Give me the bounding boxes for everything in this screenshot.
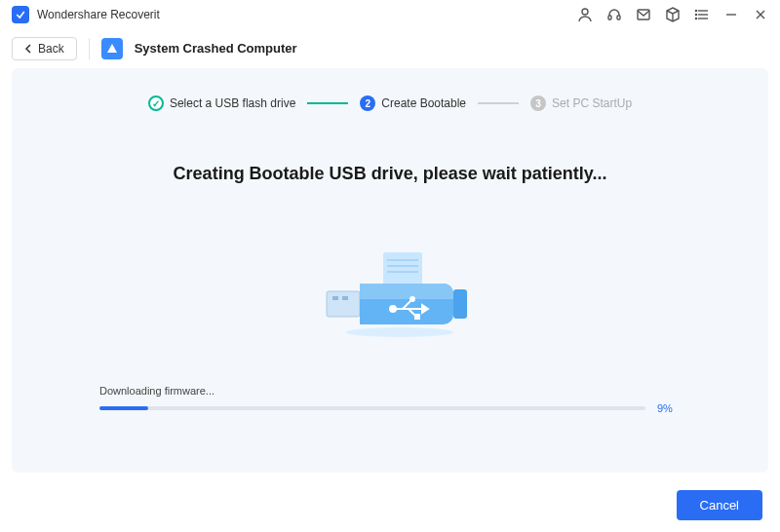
step-1: Select a USB flash drive (148, 95, 295, 111)
app-logo-icon (12, 6, 29, 23)
svg-point-8 (695, 14, 696, 15)
step-1-label: Select a USB flash drive (170, 96, 295, 110)
step-connector-1 (307, 102, 348, 104)
step-connector-2 (478, 102, 519, 104)
progress-row: 9% (99, 402, 681, 414)
progress-fill (99, 406, 148, 410)
back-button[interactable]: Back (12, 37, 77, 60)
svg-point-7 (695, 10, 696, 11)
svg-rect-17 (327, 291, 360, 317)
progress-percent: 9% (657, 402, 681, 414)
step-3-label: Set PC StartUp (552, 96, 632, 110)
cancel-button[interactable]: Cancel (677, 490, 762, 520)
svg-rect-26 (415, 315, 419, 319)
step-2-label: Create Bootable (381, 96, 466, 110)
step-3: 3 Set PC StartUp (530, 95, 632, 111)
svg-rect-18 (332, 296, 338, 300)
module-icon (101, 38, 123, 59)
progress-section: Downloading firmware... 9% (12, 385, 768, 414)
titlebar-right (577, 7, 768, 22)
svg-point-9 (695, 18, 696, 19)
chevron-left-icon (24, 44, 34, 54)
step-3-num: 3 (530, 95, 546, 111)
module-title: System Crashed Computer (135, 41, 297, 56)
svg-point-0 (582, 9, 588, 15)
back-label: Back (38, 42, 64, 56)
step-2: 2 Create Bootable (360, 95, 466, 111)
svg-rect-1 (608, 16, 611, 19)
svg-rect-13 (383, 252, 422, 285)
divider (89, 38, 90, 59)
close-icon[interactable] (753, 7, 768, 22)
minimize-icon[interactable] (723, 7, 739, 22)
mail-icon[interactable] (636, 7, 651, 22)
svg-rect-20 (453, 289, 467, 319)
page-heading: Creating Bootable USB drive, please wait… (12, 164, 768, 184)
svg-point-27 (346, 327, 453, 337)
check-icon (148, 95, 164, 111)
usb-drive-icon (12, 252, 768, 340)
titlebar: Wondershare Recoverit (0, 0, 780, 29)
svg-point-24 (410, 297, 414, 301)
svg-rect-19 (342, 296, 348, 300)
cancel-label: Cancel (700, 498, 739, 513)
menu-icon[interactable] (694, 7, 710, 22)
wizard-steps: Select a USB flash drive 2 Create Bootab… (12, 95, 768, 111)
subheader: Back System Crashed Computer (0, 29, 780, 68)
progress-label: Downloading firmware... (99, 385, 681, 397)
user-icon[interactable] (577, 7, 593, 22)
main-panel: Select a USB flash drive 2 Create Bootab… (12, 68, 768, 473)
headset-icon[interactable] (606, 7, 622, 22)
svg-rect-2 (617, 16, 620, 19)
svg-rect-3 (638, 10, 649, 19)
step-2-num: 2 (360, 95, 375, 111)
titlebar-left: Wondershare Recoverit (12, 6, 160, 23)
progress-bar (99, 406, 645, 410)
cube-icon[interactable] (665, 7, 681, 22)
app-title: Wondershare Recoverit (37, 8, 160, 21)
